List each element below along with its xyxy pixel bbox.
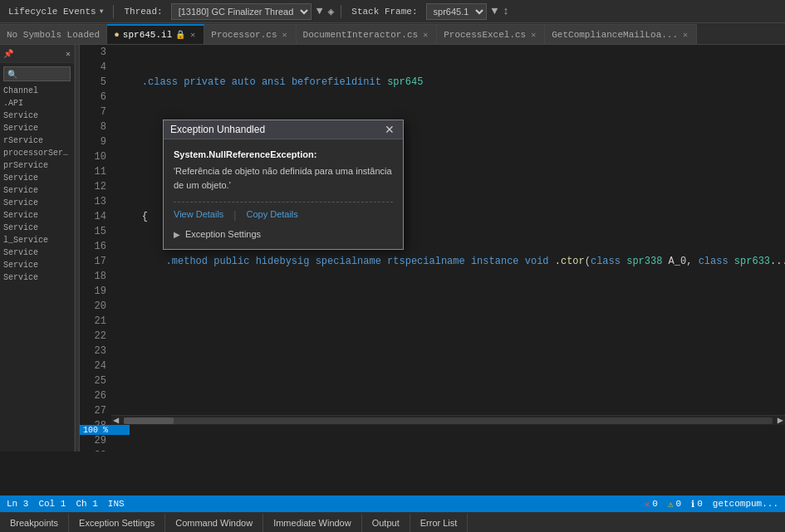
dialog-settings[interactable]: ▶ Exception Settings — [174, 229, 393, 239]
ln-29: 29 — [80, 433, 106, 448]
sidebar-header: 📌 ✕ — [0, 45, 74, 63]
dialog-body: System.NullReferenceException: 'Referênc… — [164, 139, 403, 249]
status-errors: ✕ 0 — [645, 499, 658, 510]
tab-processexcel[interactable]: ProcessExcel.cs ✕ — [437, 24, 545, 44]
dialog-close-button[interactable]: ✕ — [383, 124, 396, 135]
sidebar-item-service-3[interactable]: Service — [0, 172, 74, 184]
lifecycle-events-dropdown[interactable]: Lifecycle Events ▼ — [5, 5, 106, 18]
exception-settings-tab-label: Exception Settings — [79, 518, 155, 528]
ln-3: 3 — [80, 45, 106, 60]
status-ln: Ln 3 — [7, 499, 28, 509]
tab-immediate-window[interactable]: Immediate Window — [263, 514, 362, 532]
thread-select[interactable]: [13180] GC Finalizer Thread — [171, 3, 312, 20]
ln-8: 8 — [80, 120, 106, 134]
tab-processexcel-close[interactable]: ✕ — [529, 30, 537, 40]
tab-processor-close[interactable]: ✕ — [281, 30, 289, 40]
ln-4: 4 — [80, 60, 106, 75]
ln-9: 9 — [80, 134, 106, 149]
stack-filter-icon: ▼ — [492, 5, 498, 17]
tab-spr645-close[interactable]: ✕ — [189, 30, 197, 40]
sidebar-item-service-10[interactable]: Service — [0, 271, 74, 284]
ln-14: 14 — [80, 209, 106, 224]
ln-5: 5 — [80, 75, 106, 90]
code-line-7: .method public hidebysig specialname rts… — [118, 254, 785, 269]
sidebar-pin-icon: 📌 — [3, 49, 13, 59]
tab-document[interactable]: DocumentInteractor.cs ✕ — [297, 24, 438, 44]
sidebar-search-input[interactable] — [3, 66, 71, 81]
lifecycle-dropdown-arrow: ▼ — [100, 7, 104, 15]
immediate-window-label: Immediate Window — [273, 518, 351, 528]
code-line-11 — [118, 433, 785, 448]
bottom-tabs: Breakpoints Exception Settings Command W… — [0, 512, 785, 532]
sidebar-item-service-1[interactable]: Service — [0, 110, 74, 122]
status-process: getcompum... — [713, 499, 778, 510]
tabs-bar: No Symbols Loaded ● spr645.il 🔒 ✕ Proces… — [0, 23, 785, 45]
sidebar-close-icon[interactable]: ✕ — [66, 49, 71, 59]
error-icon: ✕ — [645, 499, 650, 510]
sidebar-item-service-9[interactable]: Service — [0, 259, 74, 271]
tab-breakpoints[interactable]: Breakpoints — [0, 514, 69, 532]
sidebar-item-prservice[interactable]: prService — [0, 159, 74, 172]
top-toolbar: Lifecycle Events ▼ Thread: [13180] GC Fi… — [0, 0, 785, 23]
sidebar-item-processorservice[interactable]: processorService — [0, 147, 74, 159]
tab-spr645-label: spr645.il — [123, 30, 172, 40]
tab-spr645-lock: 🔒 — [175, 30, 185, 40]
sidebar-item-service-5[interactable]: Service — [0, 197, 74, 209]
stack-expand-icon: ↕ — [503, 5, 509, 17]
status-col: Col 1 — [38, 499, 66, 509]
sidebar-search-container — [0, 63, 74, 85]
tab-spr645[interactable]: ● spr645.il 🔒 ✕ — [107, 24, 204, 44]
tab-document-close[interactable]: ✕ — [421, 30, 429, 40]
tab-no-symbols[interactable]: No Symbols Loaded — [0, 24, 107, 44]
output-label: Output — [372, 518, 400, 528]
sidebar-item-rservice[interactable]: rService — [0, 134, 74, 147]
ln-7: 7 — [80, 105, 106, 120]
ln-26: 26 — [80, 388, 106, 403]
tab-document-label: DocumentInteractor.cs — [303, 30, 419, 40]
copy-details-link[interactable]: Copy Details — [246, 209, 297, 221]
toolbar-sep-2 — [341, 5, 341, 18]
tab-getcompliance[interactable]: GetComplianceMailLoa... ✕ — [545, 24, 697, 44]
ln-6: 6 — [80, 90, 106, 105]
dialog-title-bar: Exception Unhandled ✕ — [164, 120, 403, 139]
tab-processor[interactable]: Processor.cs ✕ — [204, 24, 296, 44]
command-window-label: Command Window — [175, 518, 253, 528]
sidebar-item-service-2[interactable]: Service — [0, 122, 74, 134]
zoom-level: 100 % — [83, 426, 108, 435]
sidebar-item-service-7[interactable]: Service — [0, 222, 74, 234]
sidebar-item-api[interactable]: .API — [0, 97, 74, 110]
ln-10: 10 — [80, 149, 106, 164]
tab-no-symbols-label: No Symbols Loaded — [7, 30, 100, 40]
tab-output[interactable]: Output — [362, 514, 410, 532]
status-ch: Ch 1 — [76, 499, 97, 509]
code-line-9 — [118, 344, 785, 359]
settings-triangle-icon: ▶ — [174, 230, 180, 239]
tab-getcompliance-label: GetComplianceMailLoa... — [552, 30, 678, 40]
sidebar-item-service-6[interactable]: Service — [0, 209, 74, 222]
sidebar-item-lservice[interactable]: l_Service — [0, 234, 74, 246]
sidebar-header-icons: ✕ — [66, 49, 71, 59]
hscroll-track[interactable] — [124, 417, 773, 424]
ln-12: 12 — [80, 179, 106, 194]
tab-exception-settings[interactable]: Exception Settings — [69, 514, 165, 532]
tab-getcompliance-close[interactable]: ✕ — [681, 30, 689, 40]
dialog-links: View Details | Copy Details — [174, 202, 393, 221]
sidebar-item-service-8[interactable]: Service — [0, 246, 74, 259]
tab-command-window[interactable]: Command Window — [165, 514, 263, 532]
tab-error-list[interactable]: Error List — [410, 514, 469, 532]
dialog-message: 'Referência de objeto não definida para … — [174, 164, 393, 192]
message-icon: ℹ — [691, 499, 694, 510]
ln-18: 18 — [80, 269, 106, 284]
sidebar-item-channel[interactable]: Channel — [0, 85, 74, 97]
sidebar-item-service-4[interactable]: Service — [0, 184, 74, 197]
stack-frame-select[interactable]: spr645.1 — [426, 3, 487, 20]
dialog-title: Exception Unhandled — [170, 124, 265, 135]
status-warnings: ⚠ 0 — [668, 499, 681, 510]
ln-13: 13 — [80, 194, 106, 209]
ln-16: 16 — [80, 239, 106, 254]
view-details-link[interactable]: View Details — [174, 209, 223, 221]
ln-20: 20 — [80, 299, 106, 314]
exception-dialog: Exception Unhandled ✕ System.NullReferen… — [163, 120, 404, 250]
scroll-right-arrow[interactable]: ▶ — [776, 414, 785, 427]
ln-11: 11 — [80, 164, 106, 179]
